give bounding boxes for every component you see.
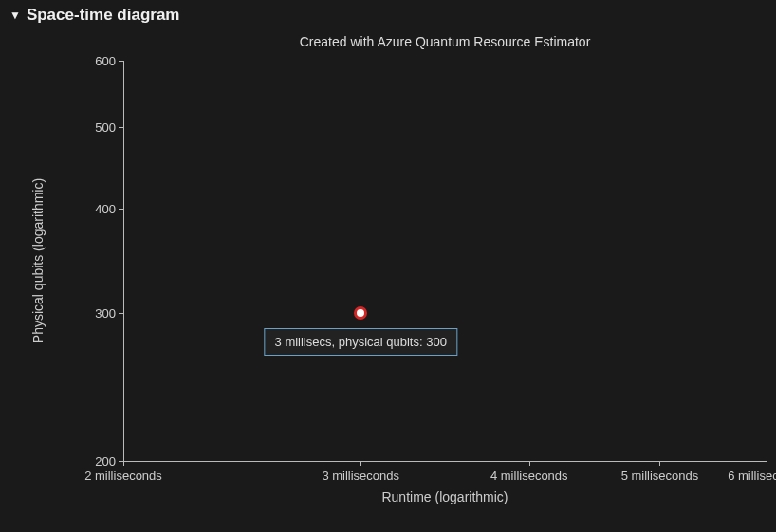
y-tick-label: 400 <box>95 201 116 215</box>
section-header[interactable]: ▼ Space-time diagram <box>9 6 767 25</box>
y-axis-line <box>123 61 124 461</box>
x-axis-line <box>123 461 767 462</box>
x-axis-title: Runtime (logarithmic) <box>381 489 508 504</box>
x-tick-mark <box>767 461 767 466</box>
spacetime-chart[interactable]: Created with Azure Quantum Resource Esti… <box>9 28 767 522</box>
y-tick-mark <box>119 61 123 62</box>
y-tick-label: 300 <box>95 306 116 321</box>
x-tick-label: 5 milliseconds <box>621 468 699 483</box>
y-tick-label: 500 <box>95 120 116 135</box>
chart-title: Created with Azure Quantum Resource Esti… <box>300 34 591 49</box>
x-tick-mark <box>659 461 660 466</box>
y-tick-mark <box>119 209 123 210</box>
x-tick-label: 6 milliseconds <box>728 468 776 483</box>
collapse-triangle-icon: ▼ <box>9 9 21 22</box>
data-point[interactable] <box>354 306 367 320</box>
data-point-tooltip: 3 millisecs, physical qubits: 300 <box>265 328 457 356</box>
x-tick-mark <box>123 461 124 466</box>
y-tick-label: 600 <box>95 54 116 68</box>
y-axis-title: Physical qubits (logarithmic) <box>30 178 46 343</box>
x-tick-mark <box>529 461 530 466</box>
y-tick-mark <box>119 313 123 314</box>
section-title: Space-time diagram <box>27 6 180 25</box>
x-tick-label: 3 milliseconds <box>322 468 399 483</box>
x-tick-mark <box>360 461 361 466</box>
x-tick-label: 4 milliseconds <box>490 468 568 483</box>
y-tick-label: 200 <box>95 454 116 468</box>
x-tick-label: 2 milliseconds <box>84 468 162 483</box>
y-tick-mark <box>119 127 123 128</box>
